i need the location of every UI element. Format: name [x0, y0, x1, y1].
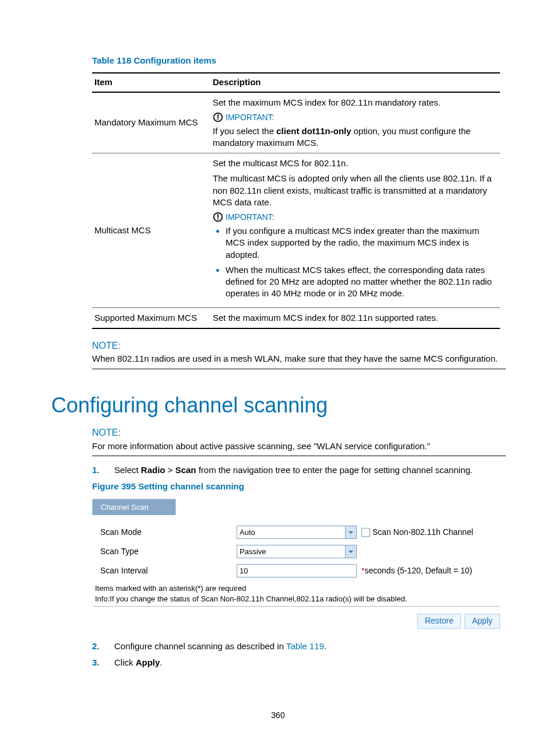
- desc-text: Set the multicast MCS for 802.11n.: [213, 158, 495, 169]
- important-label: IMPORTANT:: [213, 112, 495, 123]
- scan-non-80211h-checkbox[interactable]: [361, 528, 370, 537]
- scan-type-label: Scan Type: [100, 546, 237, 557]
- cell-item: Multicast MCS: [92, 153, 210, 307]
- step-2: 2. Configure channel scanning as describ…: [92, 640, 506, 652]
- desc-text: The multicast MCS is adopted only when a…: [213, 173, 495, 208]
- bullet-text: If you configure a multicast MCS index g…: [226, 226, 479, 260]
- th-desc: Description: [210, 73, 500, 92]
- svg-rect-2: [217, 118, 219, 120]
- table-119-link[interactable]: Table 119: [286, 641, 324, 651]
- important-icon: [213, 212, 223, 222]
- desc-text: Set the maximum MCS index for 802.11n ma…: [213, 97, 495, 108]
- note-label: NOTE:: [92, 426, 506, 439]
- form-footer-info: Info:If you change the status of Scan No…: [95, 594, 500, 604]
- important-label: IMPORTANT:: [213, 212, 495, 223]
- svg-rect-1: [217, 114, 219, 118]
- table-row: Multicast MCS Set the multicast MCS for …: [92, 153, 500, 307]
- desc-text: If you select the client dot11n-only opt…: [213, 125, 495, 149]
- svg-rect-5: [217, 219, 219, 220]
- note-body: When 802.11n radios are used in a mesh W…: [92, 353, 506, 369]
- chevron-down-icon[interactable]: [345, 545, 356, 558]
- table-row: Supported Maximum MCS Set the maximum MC…: [92, 307, 500, 328]
- figure-395-caption: Figure 395 Setting channel scanning: [92, 481, 506, 492]
- cell-item: Mandatory Maximum MCS: [92, 92, 210, 153]
- step-number: 3.: [92, 657, 114, 668]
- tab-channel-scan[interactable]: Channel Scan: [92, 499, 176, 516]
- scan-mode-label: Scan Mode: [100, 527, 237, 538]
- scan-mode-select[interactable]: Auto: [237, 526, 357, 539]
- figure-channel-scan: Channel Scan Scan Mode Auto Scan Non-802…: [92, 499, 500, 629]
- step-3: 3. Click Apply.: [92, 657, 506, 668]
- page-number: 360: [0, 710, 556, 721]
- apply-button[interactable]: Apply: [464, 614, 500, 629]
- note-body: For more information about active passiv…: [92, 440, 506, 456]
- step-1: 1. Select Radio > Scan from the navigati…: [92, 464, 506, 476]
- step-number: 2.: [92, 640, 114, 652]
- table-118: Item Description Mandatory Maximum MCS S…: [92, 72, 500, 329]
- table-118-caption: Table 118 Configuration items: [92, 55, 506, 66]
- step-number: 1.: [92, 464, 114, 476]
- restore-button[interactable]: Restore: [417, 614, 461, 629]
- cell-item: Supported Maximum MCS: [92, 307, 210, 328]
- chevron-down-icon[interactable]: [345, 526, 356, 538]
- bullet-text: When the multicast MCS takes effect, the…: [226, 265, 492, 299]
- note-label: NOTE:: [92, 340, 506, 352]
- scan-type-select[interactable]: Passive: [237, 545, 357, 558]
- scan-interval-hint: seconds (5-120, Default = 10): [364, 565, 472, 576]
- important-bullets: If you configure a multicast MCS index g…: [213, 225, 495, 300]
- scan-non-80211h-label: Scan Non-802.11h Channel: [372, 527, 473, 538]
- scan-interval-input[interactable]: 10: [237, 564, 357, 578]
- scan-interval-label: Scan Interval: [100, 565, 237, 576]
- svg-rect-4: [217, 214, 219, 218]
- th-item: Item: [92, 73, 210, 92]
- section-heading: Configuring channel scanning: [51, 391, 506, 420]
- cell-desc: Set the maximum MCS index for 802.11n su…: [210, 307, 500, 328]
- table-row: Mandatory Maximum MCS Set the maximum MC…: [92, 92, 500, 153]
- form-footer-required: Items marked with an asterisk(*) are req…: [95, 583, 500, 594]
- important-icon: [213, 112, 223, 123]
